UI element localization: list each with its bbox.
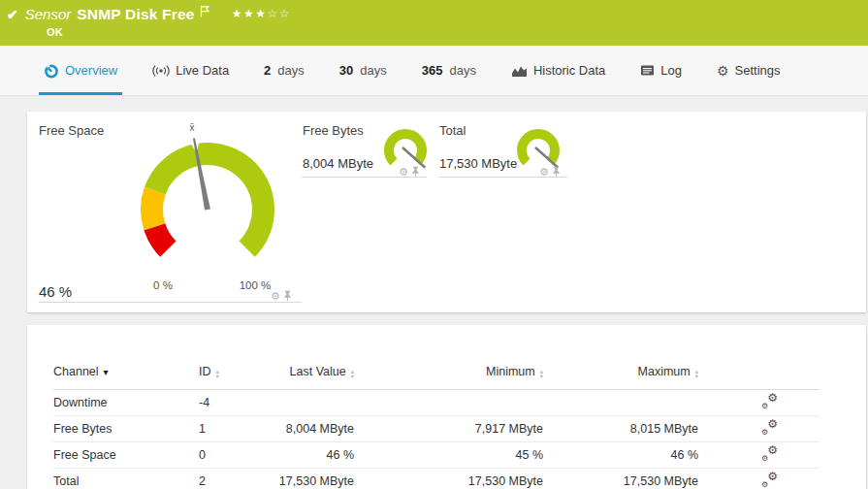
status-ok-check-icon: ✔ (7, 6, 18, 23)
sort-desc-icon: ▾ (104, 367, 109, 377)
priority-stars[interactable]: ★★★☆☆ (232, 7, 291, 20)
cell-id: 2 (199, 469, 257, 489)
channel-settings-icon[interactable]: ⚙⚙ (761, 473, 778, 487)
object-kind-label: Sensor (25, 6, 72, 23)
free-space-gauge: x̄ (111, 117, 305, 287)
flag-icon[interactable] (200, 4, 210, 21)
sort-icon: ▴▾ (695, 369, 698, 378)
tile-actions: ⚙ (271, 290, 292, 302)
gauge-title-total: Total (439, 123, 466, 138)
status-badge: OK (47, 26, 63, 38)
tab-365-days[interactable]: 365 days (417, 46, 481, 95)
column-label: Last Value (290, 365, 346, 378)
gauge-value-free-bytes: 8,004 MByte (303, 156, 373, 171)
tab-log[interactable]: Log (635, 46, 687, 95)
column-label: ID (199, 365, 211, 378)
tab-label: Overview (65, 63, 117, 78)
table-row[interactable]: Free Bytes 1 8,004 MByte 7,917 MByte 8,0… (53, 416, 820, 442)
sort-icon: ▴▾ (540, 369, 543, 378)
stars-filled: ★★★ (232, 7, 268, 20)
channel-settings-icon[interactable]: ⚙⚙ (761, 421, 778, 435)
column-header-last-value[interactable]: Last Value▴▾ (257, 325, 354, 390)
gauge-icon (44, 63, 59, 79)
tab-label: days (277, 63, 304, 78)
cell-minimum: 17,530 MByte (354, 469, 543, 489)
sort-icon: ▴▾ (216, 369, 219, 378)
cell-maximum: 8,015 MByte (543, 416, 698, 442)
gear-icon[interactable]: ⚙ (399, 167, 408, 177)
sort-icon: ▴▾ (351, 369, 354, 378)
gauge-value-total: 17,530 MByte (439, 156, 517, 171)
sensor-title-row: ✔ Sensor SNMP Disk Free ★★★☆☆ (0, 0, 868, 23)
channel-settings-icon[interactable]: ⚙⚙ (761, 395, 778, 408)
log-list-icon (640, 64, 655, 77)
gauge-value-free-space: 46 % (39, 283, 72, 300)
stars-empty: ☆☆ (267, 7, 291, 20)
tab-live-data[interactable]: Live Data (147, 46, 234, 95)
tab-historic-data[interactable]: Historic Data (506, 46, 610, 95)
cell-minimum: 45 % (354, 442, 543, 469)
channels-table: Channel▾ ID▴▾ Last Value▴▾ Minimum▴▾ Max… (53, 325, 820, 489)
column-label: Maximum (638, 365, 691, 378)
gear-icon: ⚙ (717, 64, 729, 78)
sensor-header: ✔ Sensor SNMP Disk Free ★★★☆☆ OK (0, 0, 868, 46)
cell-minimum (354, 390, 543, 416)
tab-bar: Overview Live Data 2 days 30 days 365 da… (0, 46, 868, 96)
tile-divider (39, 302, 302, 303)
pin-icon[interactable] (283, 290, 292, 302)
cell-maximum: 17,530 MByte (543, 469, 698, 489)
column-header-actions (698, 325, 781, 390)
tab-day-count: 30 (339, 63, 353, 78)
column-header-minimum[interactable]: Minimum▴▾ (354, 325, 543, 390)
pin-icon[interactable] (552, 166, 561, 178)
cell-last-value (257, 390, 354, 416)
tab-label: Settings (735, 63, 781, 78)
tab-30-days[interactable]: 30 days (335, 46, 392, 95)
gauge-scale-min: 0 % (144, 279, 182, 291)
page-title: SNMP Disk Free (77, 6, 194, 23)
tab-settings[interactable]: ⚙ Settings (712, 46, 786, 95)
cell-channel: Total (53, 469, 199, 489)
table-header-row: Channel▾ ID▴▾ Last Value▴▾ Minimum▴▾ Max… (53, 325, 820, 390)
cell-maximum (543, 390, 698, 416)
tab-2-days[interactable]: 2 days (259, 46, 309, 95)
tab-label: Historic Data (533, 63, 605, 78)
broadcast-icon (152, 64, 170, 78)
column-header-id[interactable]: ID▴▾ (199, 325, 257, 390)
area-chart-icon (511, 64, 528, 78)
cell-id: 0 (199, 442, 257, 469)
cell-id: 1 (199, 416, 257, 442)
cell-channel: Free Bytes (53, 416, 199, 442)
cell-minimum: 7,917 MByte (354, 416, 543, 442)
table-row[interactable]: Total 2 17,530 MByte 17,530 MByte 17,530… (53, 469, 820, 489)
tab-overview[interactable]: Overview (39, 46, 122, 95)
column-header-channel[interactable]: Channel▾ (53, 325, 199, 390)
gauge-title-free-space: Free Space (39, 123, 104, 138)
column-label: Minimum (486, 365, 535, 378)
channel-settings-icon[interactable]: ⚙⚙ (761, 447, 778, 461)
cell-id: -4 (199, 390, 257, 416)
prtg-sensor-page: ✔ Sensor SNMP Disk Free ★★★☆☆ OK Overvie… (0, 0, 868, 489)
tab-label: Live Data (176, 63, 229, 78)
table-row[interactable]: Free Space 0 46 % 45 % 46 % ⚙⚙ (53, 442, 820, 469)
tab-label: days (449, 63, 475, 78)
tab-label: days (360, 63, 386, 78)
cell-last-value: 8,004 MByte (257, 416, 354, 442)
tab-label: Log (660, 63, 682, 78)
cell-channel: Downtime (53, 390, 199, 416)
gear-icon[interactable]: ⚙ (539, 167, 549, 177)
mean-marker: x̄ (190, 122, 195, 133)
gauges-panel: Free Space x̄ 0 % 100 % 46 % ⚙ Free Byte… (27, 112, 866, 312)
cell-last-value: 46 % (257, 442, 354, 469)
pin-icon[interactable] (411, 166, 420, 178)
table-row[interactable]: Downtime -4 ⚙⚙ (53, 390, 820, 416)
gauge-title-free-bytes: Free Bytes (303, 123, 364, 138)
tab-day-count: 2 (264, 63, 271, 78)
channels-panel: Channel▾ ID▴▾ Last Value▴▾ Minimum▴▾ Max… (27, 325, 866, 489)
gear-icon[interactable]: ⚙ (271, 291, 280, 301)
column-header-maximum[interactable]: Maximum▴▾ (543, 325, 698, 390)
cell-channel: Free Space (53, 442, 199, 469)
tile-actions: ⚙ (539, 166, 561, 178)
tile-actions: ⚙ (399, 166, 420, 178)
column-label: Channel (53, 365, 99, 378)
